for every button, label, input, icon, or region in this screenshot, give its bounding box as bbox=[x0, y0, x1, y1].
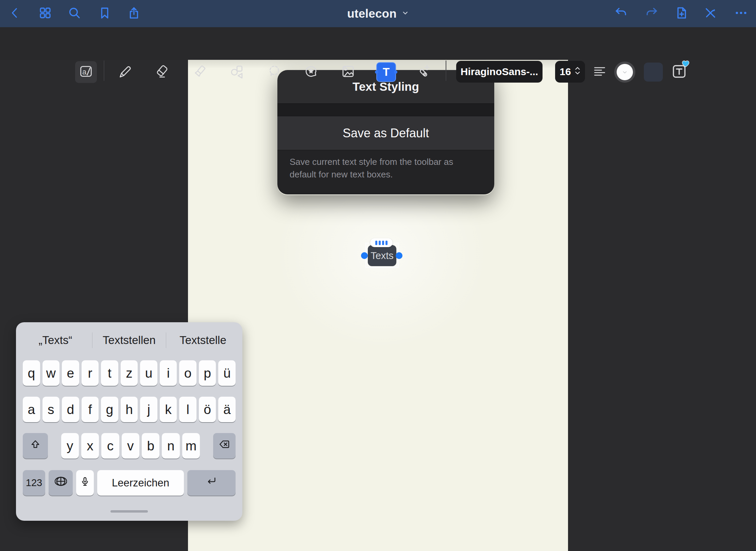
key[interactable]: u bbox=[140, 360, 157, 386]
popover-section-gap bbox=[277, 103, 494, 116]
space-key[interactable]: Leerzeichen bbox=[97, 470, 184, 496]
pen-mode-toggle-button[interactable] bbox=[702, 5, 719, 22]
keyboard-drag-handle[interactable] bbox=[110, 510, 148, 513]
more-options-button[interactable] bbox=[732, 5, 750, 22]
back-button[interactable] bbox=[6, 5, 24, 22]
resize-handle-right[interactable] bbox=[396, 252, 402, 259]
key-row-3: y x c v b n m bbox=[23, 433, 236, 459]
key[interactable]: y bbox=[61, 433, 79, 459]
bookmark-button[interactable] bbox=[96, 5, 114, 22]
eraser-tool-button[interactable] bbox=[151, 61, 173, 83]
key[interactable]: d bbox=[62, 397, 79, 422]
shapes-icon bbox=[229, 64, 244, 81]
highlighter-tool-button[interactable] bbox=[189, 61, 211, 83]
key[interactable]: s bbox=[42, 397, 60, 422]
text-style-favorite-button[interactable] bbox=[668, 61, 691, 83]
text-color-button[interactable] bbox=[614, 61, 636, 83]
key[interactable]: ä bbox=[218, 397, 236, 422]
key[interactable]: c bbox=[101, 433, 119, 459]
page-aside-icon: a bbox=[78, 64, 94, 81]
ellipsis-icon bbox=[734, 6, 748, 21]
font-name-label: HiraginoSans-... bbox=[461, 66, 538, 78]
stepper-chevrons-icon bbox=[574, 66, 581, 78]
key[interactable]: f bbox=[82, 397, 99, 422]
key[interactable]: m bbox=[182, 433, 200, 459]
text-box[interactable]: Texts bbox=[368, 245, 396, 266]
pen-tool-button[interactable] bbox=[114, 61, 135, 83]
key[interactable]: e bbox=[62, 360, 79, 386]
share-icon bbox=[127, 6, 141, 21]
shift-key[interactable] bbox=[23, 433, 48, 459]
lasso-icon bbox=[266, 64, 282, 81]
text-align-button[interactable] bbox=[590, 63, 609, 82]
redo-button[interactable] bbox=[643, 5, 660, 22]
redo-icon bbox=[645, 6, 659, 21]
key[interactable]: w bbox=[42, 360, 60, 386]
font-size-stepper[interactable]: 16 bbox=[555, 61, 585, 83]
search-button[interactable] bbox=[66, 5, 83, 22]
shapes-tool-button[interactable] bbox=[226, 61, 247, 83]
lasso-tool-button[interactable] bbox=[263, 61, 285, 83]
key[interactable]: g bbox=[101, 397, 118, 422]
share-button[interactable] bbox=[125, 5, 143, 22]
key[interactable]: v bbox=[122, 433, 139, 459]
microphone-icon bbox=[79, 476, 91, 490]
backspace-key[interactable] bbox=[213, 433, 236, 459]
text-tool-button[interactable]: T bbox=[376, 62, 396, 82]
popover-description: Save current text style from the toolbar… bbox=[277, 150, 494, 194]
elements-tool-button[interactable] bbox=[300, 61, 322, 83]
dictation-key[interactable] bbox=[76, 470, 94, 496]
thumbnails-button[interactable] bbox=[36, 5, 54, 22]
undo-icon bbox=[614, 6, 628, 21]
key[interactable]: i bbox=[160, 360, 177, 386]
key[interactable]: j bbox=[140, 397, 157, 422]
key[interactable]: x bbox=[81, 433, 99, 459]
onscreen-keyboard: „Texts“ Textstellen Textstelle q w e r t… bbox=[16, 322, 242, 521]
numbers-key[interactable]: 123 bbox=[23, 470, 45, 496]
key[interactable]: a bbox=[23, 397, 40, 422]
key[interactable]: o bbox=[179, 360, 196, 386]
return-key[interactable] bbox=[187, 470, 236, 496]
key[interactable]: q bbox=[23, 360, 40, 386]
style-slot-highlight bbox=[644, 63, 663, 82]
grid-icon bbox=[38, 6, 52, 21]
key[interactable]: p bbox=[199, 360, 216, 386]
text-tool-label: T bbox=[383, 66, 390, 79]
resize-handle-left[interactable] bbox=[361, 252, 368, 259]
key[interactable]: n bbox=[162, 433, 179, 459]
align-left-icon bbox=[592, 64, 607, 80]
scroll-direction-button[interactable]: a bbox=[75, 61, 97, 83]
key[interactable]: h bbox=[121, 397, 138, 422]
globe-key[interactable] bbox=[49, 470, 73, 496]
key[interactable]: r bbox=[82, 360, 99, 386]
drag-bar bbox=[385, 241, 388, 245]
image-tool-button[interactable] bbox=[337, 61, 359, 83]
key[interactable]: b bbox=[142, 433, 159, 459]
textbox-drag-handle[interactable] bbox=[370, 238, 393, 247]
pointer-tool-button[interactable] bbox=[412, 61, 434, 83]
key-row-1: q w e r t z u i o p ü bbox=[23, 360, 236, 386]
key-row-4: 123 Leerzeichen bbox=[23, 470, 236, 496]
drag-bar bbox=[382, 241, 384, 245]
key[interactable]: t bbox=[101, 360, 118, 386]
save-as-default-button[interactable]: Save as Default bbox=[277, 116, 494, 150]
drag-bar bbox=[379, 241, 381, 245]
suggestion-item[interactable]: Textstellen bbox=[92, 334, 166, 347]
key[interactable]: ü bbox=[218, 360, 236, 386]
eraser-icon bbox=[154, 64, 170, 81]
key[interactable]: z bbox=[121, 360, 138, 386]
key[interactable]: ö bbox=[199, 397, 216, 422]
document-title-menu[interactable]: utelecon bbox=[347, 0, 409, 27]
add-page-button[interactable] bbox=[673, 5, 690, 22]
pen-cross-icon bbox=[703, 6, 718, 21]
key[interactable]: k bbox=[160, 397, 177, 422]
return-icon bbox=[205, 475, 218, 490]
search-icon bbox=[67, 6, 82, 21]
image-icon bbox=[340, 64, 356, 81]
font-family-button[interactable]: HiraginoSans-... bbox=[456, 61, 543, 83]
undo-button[interactable] bbox=[612, 5, 630, 22]
toolbar-divider bbox=[104, 61, 104, 81]
suggestion-item[interactable]: Textstelle bbox=[166, 334, 240, 347]
suggestion-item[interactable]: „Texts“ bbox=[19, 334, 92, 347]
key[interactable]: l bbox=[179, 397, 196, 422]
